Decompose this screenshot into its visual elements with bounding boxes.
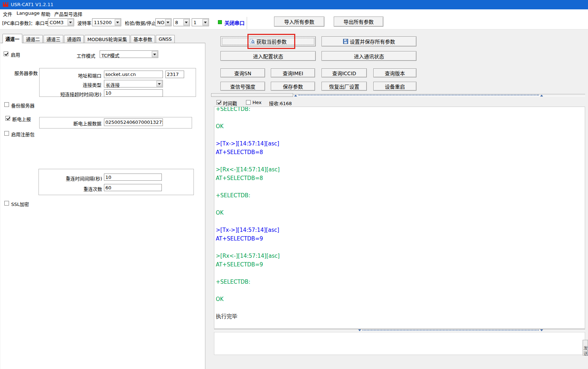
backup-server-label: 备份服务器 xyxy=(11,102,35,109)
log-line xyxy=(216,243,585,252)
log-line xyxy=(216,183,585,191)
query-imei-button[interactable]: 查询IMEI xyxy=(271,68,315,77)
set-save-all-params-button[interactable]: 设置并保存所有参数 xyxy=(322,36,416,46)
reconnect-count-label: 重连次数 xyxy=(65,185,102,192)
enable-checkbox[interactable] xyxy=(4,51,8,56)
log-line: AT+SELECTDB=9 xyxy=(216,260,585,269)
tab-4[interactable]: 通道四 xyxy=(64,35,84,43)
factory-reset-button[interactable]: 恢复出厂设置 xyxy=(322,82,367,91)
databits-value: 8 xyxy=(175,20,183,25)
save-params-button[interactable]: 保存参数 xyxy=(271,82,315,91)
com-port-value: COM3 xyxy=(50,20,67,25)
log-line xyxy=(216,200,585,208)
register-packet-label: 启用注册包 xyxy=(11,131,35,138)
tab-2[interactable]: 通道二 xyxy=(23,35,43,43)
com-port-select[interactable]: COM3 xyxy=(48,18,74,26)
log-line: 执行完毕 xyxy=(216,312,585,321)
query-iccid-button[interactable]: 查询ICCID xyxy=(322,68,367,77)
enter-comm-state-button[interactable]: 进入通讯状态 xyxy=(322,51,416,61)
device-reboot-button[interactable]: 设备重启 xyxy=(373,82,416,91)
upper-splitter-thumb[interactable] xyxy=(211,93,293,97)
app-logo-icon xyxy=(3,2,8,7)
pc-serial-label: [PC串口参数]：串口号 xyxy=(2,19,49,26)
enter-config-state-button[interactable]: 进入配置状态 xyxy=(220,51,316,61)
log-lines: +SELECTDB:OK>[Tx->][14:57:14][asc]AT+SEL… xyxy=(216,107,585,321)
window-title: USR-CAT1 V1.2.11 xyxy=(11,2,54,7)
tab-7[interactable]: GNSS xyxy=(156,35,174,43)
menu-product-model-select[interactable]: 产品型号选择 xyxy=(54,10,82,17)
log-line xyxy=(216,303,585,312)
export-all-params-button[interactable]: 导出所有参数 xyxy=(334,17,383,27)
send-bottom-bar: 通过串口发送▼ Hex 发送:0 xyxy=(206,356,588,366)
parity-select[interactable]: NONI xyxy=(155,18,172,26)
power-report-data-input[interactable]: 02500524060700013275:PO xyxy=(104,118,163,126)
annotation-highlight-rect xyxy=(247,34,295,49)
server-port-input[interactable]: 2317 xyxy=(165,71,184,78)
ssl-checkbox[interactable] xyxy=(4,201,9,206)
chevron-down-icon[interactable] xyxy=(156,81,162,87)
chevron-down-icon[interactable] xyxy=(165,19,171,26)
backup-server-checkbox[interactable] xyxy=(4,102,9,107)
conn-type-value: 长连接 xyxy=(106,81,156,88)
timestamp-checkbox[interactable] xyxy=(216,100,221,105)
import-all-params-button[interactable]: 导入所有参数 xyxy=(274,17,324,27)
close-port-button[interactable]: 关闭串口 xyxy=(224,19,245,26)
query-version-button[interactable]: 查询版本 xyxy=(373,68,416,77)
splitter-grip-dots[interactable] xyxy=(363,330,539,330)
menu-help[interactable]: 帮助 xyxy=(41,10,50,17)
databits-select[interactable]: 8 xyxy=(173,18,190,26)
tab-1[interactable]: 通道一 xyxy=(3,34,22,43)
parity-value: NONI xyxy=(157,20,165,25)
menu-language[interactable]: Language xyxy=(17,10,40,16)
log-line: OK xyxy=(216,122,585,131)
menu-file[interactable]: 文件 xyxy=(3,10,12,17)
tab-3[interactable]: 通道三 xyxy=(44,35,63,43)
query-signal-button[interactable]: 查信号强度 xyxy=(220,82,265,91)
power-report-checkbox[interactable] xyxy=(5,116,10,121)
log-line: >[Rx<-][14:57:14][asc] xyxy=(216,252,585,260)
receive-log-area[interactable]: +SELECTDB:OK>[Tx->][14:57:14][asc]AT+SEL… xyxy=(214,107,585,329)
log-line: AT+SELECTDB=8 xyxy=(216,174,585,183)
log-line xyxy=(216,113,585,122)
log-line: >[Rx<-][14:57:14][asc] xyxy=(216,165,585,174)
short-conn-timeout-input[interactable]: 10 xyxy=(104,89,163,97)
register-packet-checkbox[interactable] xyxy=(4,131,9,136)
stopbits-select[interactable]: 1 xyxy=(192,18,209,26)
conn-type-label: 连接类型 xyxy=(58,81,101,88)
power-report-label: 断电上报 xyxy=(12,116,31,122)
channel-tab-strip: 通道一通道二通道三通道四MODBUS轮询采集基本参数GNSS xyxy=(3,34,175,43)
send-input-area[interactable] xyxy=(214,332,585,355)
reconnect-interval-label: 重连时间间隔(秒) xyxy=(52,175,102,182)
splitter-grip-dots[interactable] xyxy=(298,95,539,95)
tab-5[interactable]: MODBUS轮询采集 xyxy=(85,35,130,43)
chevron-down-icon[interactable] xyxy=(68,19,73,26)
baud-select[interactable]: 115200 xyxy=(92,18,121,26)
title-bar: USR-CAT1 V1.2.11 xyxy=(0,0,588,9)
log-line: >[Tx->][14:57:14][asc] xyxy=(216,226,585,234)
set-save-all-params-label: 设置并保存所有参数 xyxy=(350,38,395,45)
chevron-down-icon[interactable] xyxy=(115,19,120,26)
chevron-down-icon[interactable] xyxy=(152,51,158,57)
tab-6[interactable]: 基本参数 xyxy=(131,35,155,43)
chevron-down-icon[interactable] xyxy=(202,19,208,26)
baud-value: 115200 xyxy=(94,20,114,25)
work-mode-select[interactable]: TCP模式 xyxy=(100,50,158,58)
conn-type-select[interactable]: 长连接 xyxy=(104,80,163,87)
log-line: OK xyxy=(216,295,585,303)
ssl-label: SSL加密 xyxy=(11,201,29,207)
chevron-down-icon[interactable] xyxy=(183,19,189,26)
recv-count: 接收:6168 xyxy=(269,100,292,107)
splitter-arrow-icon[interactable] xyxy=(540,93,543,96)
server-address-input[interactable]: socket.usr.cn xyxy=(104,71,163,78)
reconnect-interval-input[interactable]: 10 xyxy=(104,174,162,181)
log-line: +SELECTDB: xyxy=(216,191,585,200)
recv-hex-label: Hex xyxy=(252,100,261,105)
log-line: AT+SELECTDB=9 xyxy=(216,234,585,243)
query-sn-button[interactable]: 查询SN xyxy=(220,68,265,77)
log-line xyxy=(216,217,585,226)
log-line: +SELECTDB: xyxy=(216,278,585,286)
baud-label: 波特率 xyxy=(77,19,91,26)
recv-hex-checkbox[interactable] xyxy=(246,100,251,105)
splitter-arrow-icon[interactable] xyxy=(294,93,297,96)
reconnect-count-input[interactable]: 60 xyxy=(104,184,162,191)
